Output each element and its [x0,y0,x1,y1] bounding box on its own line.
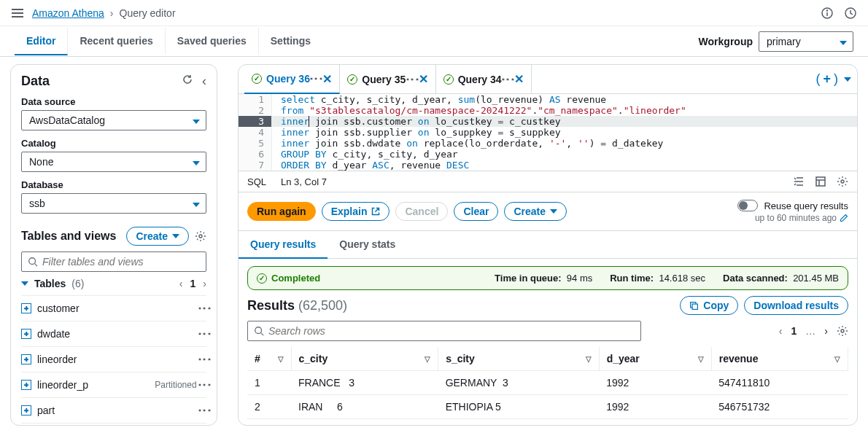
search-icon [254,326,264,336]
layout-icon[interactable] [815,176,826,187]
format-icon[interactable] [793,176,805,187]
chevron-right-icon: › [110,7,114,19]
query-tab[interactable]: ✓Query 35⋮✕ [340,65,435,93]
table-item[interactable]: customer⋮ [21,296,206,321]
next-page-icon[interactable]: › [824,325,828,337]
check-circle-icon: ✓ [443,74,454,85]
clear-button[interactable]: Clear [454,202,498,221]
gear-icon[interactable] [195,230,206,242]
column-header-c-city[interactable]: c_city▽ [291,347,438,371]
reuse-results-sub: up to 60 minutes ago [755,213,837,223]
tab-query-stats[interactable]: Query stats [328,231,407,258]
svg-point-15 [255,327,262,334]
create-button[interactable]: Create [126,227,189,246]
close-tab-icon[interactable]: ✕ [419,72,428,86]
run-again-button[interactable]: Run again [247,202,316,221]
table-menu-icon[interactable]: ⋮ [203,353,206,366]
expand-table-icon[interactable] [21,303,31,313]
svg-line-6 [35,264,38,267]
table-item[interactable]: part⋮ [21,398,206,424]
table-menu-icon[interactable]: ⋮ [203,404,206,417]
tab-menu-icon[interactable]: ⋮ [314,72,318,85]
next-page-icon[interactable]: › [203,278,206,289]
tab-editor[interactable]: Editor [15,28,68,55]
breadcrumb-service[interactable]: Amazon Athena [32,7,104,19]
pencil-icon[interactable] [840,214,848,222]
table-item[interactable]: lineorder⋮ [21,347,206,372]
prev-page-icon[interactable]: ‹ [179,278,183,289]
query-tab[interactable]: ✓Query 34⋮✕ [436,65,532,93]
sql-editor[interactable]: 1select c_city, s_city, d_year, sum(lo_r… [239,94,857,171]
check-circle-icon: ✓ [347,74,357,85]
table-item[interactable]: supplier⋮ [21,424,206,426]
expand-icon[interactable] [21,281,28,286]
cancel-button: Cancel [395,202,448,221]
prev-page-icon[interactable]: ‹ [779,325,783,337]
table-item[interactable]: lineorder_pPartitioned⋮ [21,372,206,398]
database-select[interactable]: ssb [21,193,206,214]
tab-saved-queries[interactable]: Saved queries [166,28,259,55]
table-row: 2IRAN 6ETHIOPIA 51992546751732 [247,395,848,419]
filter-tables-input[interactable] [21,251,206,272]
table-row: 1FRANCE 3GERMANY 31992547411810 [247,371,848,395]
paren-icon: ( [815,71,820,87]
collapse-left-icon[interactable]: ‹ [202,74,206,89]
results-heading: Results (62,500) [247,298,347,313]
expand-table-icon[interactable] [21,329,31,339]
query-tab-label: Query 35 [362,74,406,85]
editor-language: SQL [247,176,266,187]
tab-menu-icon[interactable]: ⋮ [506,73,510,86]
tab-menu-icon[interactable]: ⋮ [410,73,414,86]
column-header-s-city[interactable]: s_city▽ [438,347,600,371]
column-header-index[interactable]: #▽ [247,347,291,371]
tab-settings[interactable]: Settings [259,28,322,55]
expand-table-icon[interactable] [21,354,31,364]
explain-button[interactable]: Explain [322,202,390,221]
svg-rect-14 [692,304,697,309]
data-source-label: Data source [21,96,206,107]
tab-recent-queries[interactable]: Recent queries [68,28,165,55]
check-circle-icon: ✓ [257,273,267,284]
status-banner: ✓ Completed Time in queue: 94 ms Run tim… [247,266,848,290]
data-source-select[interactable]: AwsDataCatalog [21,110,206,130]
expand-table-icon[interactable] [21,380,31,390]
clock-icon[interactable] [845,7,856,19]
copy-button[interactable]: Copy [680,296,738,315]
table-menu-icon[interactable]: ⋮ [203,378,206,391]
table-menu-icon[interactable]: ⋮ [203,302,206,315]
gear-icon[interactable] [837,176,848,187]
table-item[interactable]: dwdate⋮ [21,321,206,347]
cursor-position: Ln 3, Col 7 [281,176,327,187]
hamburger-menu[interactable] [12,9,23,17]
caret-down-icon[interactable] [844,77,851,82]
reuse-results-toggle[interactable] [737,200,758,211]
close-tab-icon[interactable]: ✕ [514,72,524,86]
info-icon[interactable] [821,7,833,19]
workgroup-select[interactable]: primary [759,31,853,52]
table-name: lineorder_p [37,379,88,391]
external-link-icon [371,207,380,216]
query-tab-label: Query 34 [458,74,502,85]
table-menu-icon[interactable]: ⋮ [203,327,206,340]
page-number: 1 [190,278,196,289]
svg-point-4 [199,235,202,238]
catalog-select[interactable]: None [21,152,206,172]
table-name: dwdate [37,328,70,340]
refresh-icon[interactable] [182,74,193,89]
add-query-tab[interactable]: + [823,71,831,87]
status-text: Completed [271,273,320,284]
search-rows-input[interactable] [247,321,641,341]
svg-point-17 [841,329,844,332]
column-header-d-year[interactable]: d_year▽ [599,347,711,371]
gear-icon[interactable] [837,325,848,337]
close-tab-icon[interactable]: ✕ [322,72,332,86]
tab-query-results[interactable]: Query results [239,231,328,259]
download-results-button[interactable]: Download results [744,296,848,315]
breadcrumb-page: Query editor [120,7,176,19]
create-dropdown[interactable]: Create [504,202,567,221]
database-label: Database [21,179,206,190]
expand-table-icon[interactable] [21,405,31,416]
caret-down-icon [840,36,847,47]
query-tab[interactable]: ✓Query 36⋮✕ [244,65,340,94]
column-header-revenue[interactable]: revenue▽ [711,347,848,371]
